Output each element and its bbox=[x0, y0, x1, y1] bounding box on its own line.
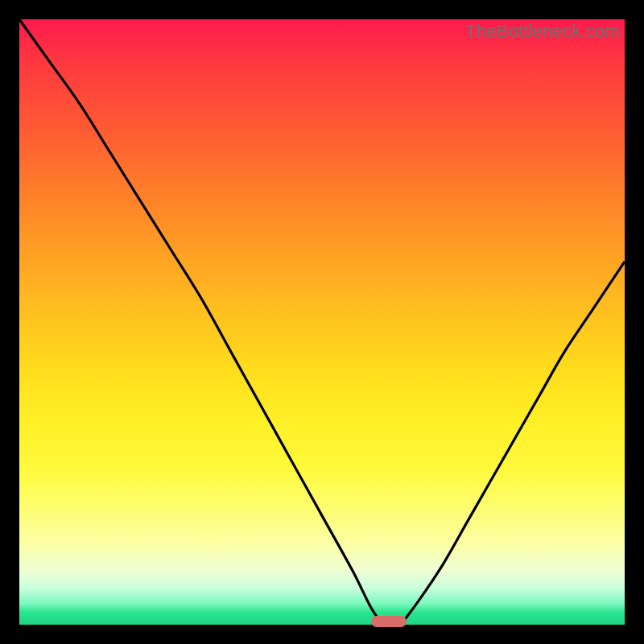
chart-frame: TheBottleneck.com bbox=[0, 0, 644, 644]
curve-left bbox=[19, 19, 382, 625]
optimum-marker bbox=[371, 616, 407, 627]
chart-curves bbox=[19, 19, 625, 625]
chart-plot-area: TheBottleneck.com bbox=[19, 19, 625, 625]
curve-right bbox=[401, 262, 625, 625]
